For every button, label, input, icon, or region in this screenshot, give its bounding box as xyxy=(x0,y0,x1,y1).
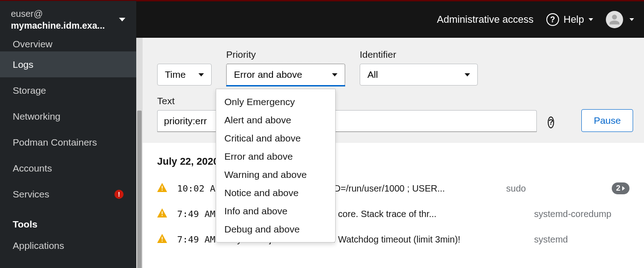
sidebar-item-services[interactable]: Services ! xyxy=(0,181,136,207)
warning-icon xyxy=(157,208,167,220)
svg-rect-0 xyxy=(162,186,163,188)
chevron-down-icon xyxy=(465,73,470,76)
log-count-badge: 2 xyxy=(612,182,629,194)
priority-option[interactable]: Critical and above xyxy=(216,129,335,147)
user-icon xyxy=(609,14,620,25)
caret-right-icon xyxy=(622,186,625,191)
priority-value: Error and above xyxy=(234,69,302,80)
priority-select[interactable]: Error and above xyxy=(226,64,345,86)
sidebar-section-tools: Tools xyxy=(0,207,136,233)
identifier-select[interactable]: All xyxy=(360,64,478,86)
scrollbar-thumb[interactable] xyxy=(137,111,142,268)
help-label: Help xyxy=(564,14,584,25)
priority-option[interactable]: Warning and above xyxy=(216,166,335,184)
chevron-down-icon xyxy=(589,18,593,21)
priority-menu: Only Emergency Alert and above Critical … xyxy=(216,89,336,243)
svg-rect-2 xyxy=(162,211,163,214)
session-menu-button[interactable] xyxy=(606,11,634,28)
sidebar-item-label: Services xyxy=(13,189,50,200)
time-select-label: Time xyxy=(165,69,186,80)
sidebar-item-label: Accounts xyxy=(13,163,52,174)
sidebar-item-storage[interactable]: Storage xyxy=(0,77,136,103)
chevron-down-icon xyxy=(332,73,337,76)
log-service: systemd xyxy=(534,234,629,245)
sidebar: Overview Logs Storage Networking Podman … xyxy=(0,38,136,268)
priority-option[interactable]: Only Emergency xyxy=(216,93,335,111)
help-icon[interactable]: ? xyxy=(548,116,554,128)
sidebar-item-label: Podman Containers xyxy=(13,137,97,148)
svg-rect-4 xyxy=(162,237,163,239)
priority-option[interactable]: Notice and above xyxy=(216,184,335,202)
svg-rect-5 xyxy=(162,240,163,241)
priority-option[interactable]: Info and above xyxy=(216,202,335,220)
sidebar-item-networking[interactable]: Networking xyxy=(0,103,136,129)
sidebar-item-label: Logs xyxy=(13,59,34,70)
sidebar-item-label: Overview xyxy=(13,39,53,50)
chevron-down-icon xyxy=(119,18,125,21)
host-text: euser@ mymachine.idm.exa... xyxy=(11,8,105,31)
priority-option[interactable]: Error and above xyxy=(216,147,335,166)
log-filter-toolbar: Time Priority Error and above Identifier… xyxy=(143,38,644,143)
text-filter-label: Text xyxy=(157,96,537,106)
log-service: systemd-coredump xyxy=(534,209,629,219)
log-count: 2 xyxy=(616,184,620,193)
log-service: sudo xyxy=(506,183,602,194)
admin-access-label[interactable]: Administrative access xyxy=(437,14,534,25)
sidebar-item-label: Applications xyxy=(13,240,64,251)
time-select[interactable]: Time xyxy=(157,64,212,86)
pause-button[interactable]: Pause xyxy=(581,109,633,132)
warning-icon xyxy=(157,183,167,194)
sidebar-item-label: Networking xyxy=(13,111,60,122)
sidebar-item-overview[interactable]: Overview xyxy=(0,38,136,51)
sidebar-item-accounts[interactable]: Accounts xyxy=(0,155,136,181)
chevron-down-icon xyxy=(198,73,204,76)
priority-label: Priority xyxy=(226,49,345,60)
text-filter-input[interactable] xyxy=(157,110,537,132)
alert-icon: ! xyxy=(114,190,124,199)
priority-option[interactable]: Alert and above xyxy=(216,111,335,129)
svg-rect-1 xyxy=(162,189,163,190)
avatar xyxy=(606,11,623,28)
priority-option[interactable]: Debug and above xyxy=(216,220,335,238)
host-switcher[interactable]: euser@ mymachine.idm.exa... xyxy=(0,1,136,39)
masthead: euser@ mymachine.idm.exa... Administrati… xyxy=(0,0,644,38)
sidebar-item-podman[interactable]: Podman Containers xyxy=(0,129,136,155)
sidebar-item-logs[interactable]: Logs xyxy=(0,51,136,77)
scrollbar[interactable] xyxy=(136,38,143,268)
chevron-down-icon xyxy=(629,18,634,21)
session-host: mymachine.idm.exa... xyxy=(11,20,105,30)
identifier-value: All xyxy=(367,69,378,80)
sidebar-item-label: Storage xyxy=(13,85,46,96)
sidebar-item-applications[interactable]: Applications xyxy=(0,233,136,258)
session-user: euser@ xyxy=(11,9,43,19)
warning-icon xyxy=(157,234,167,245)
main-content: Time Priority Error and above Identifier… xyxy=(143,38,644,268)
svg-rect-3 xyxy=(162,215,163,216)
help-icon: ? xyxy=(546,13,559,26)
help-menu-button[interactable]: ? Help xyxy=(546,13,593,26)
identifier-label: Identifier xyxy=(360,49,478,60)
masthead-toolbar: Administrative access ? Help xyxy=(437,11,644,28)
